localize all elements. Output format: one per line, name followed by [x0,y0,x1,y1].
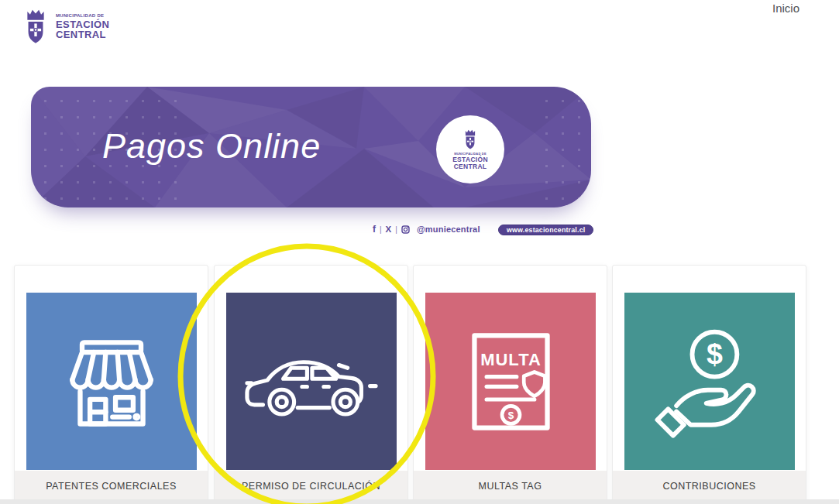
hand-coin-icon: $ [652,317,768,447]
card-tile[interactable] [226,293,397,470]
banner-title: Pagos Online [102,126,321,166]
card-patentes-comerciales[interactable]: PATENTES COMERCIALES [14,265,208,504]
store-icon [53,323,170,441]
card-tile[interactable]: $ [624,293,795,470]
fine-document-icon: MULTA $ [466,327,555,436]
badge-wordmark: MUNICIPALIDAD DE ESTACIÓN CENTRAL [452,153,488,171]
car-icon [236,336,387,427]
card-contribuciones[interactable]: $ CONTRIBUCIONES [612,265,806,504]
svg-text:$: $ [507,410,514,421]
banner-municipal-badge: MUNICIPALIDAD DE ESTACIÓN CENTRAL [436,115,504,183]
svg-text:$: $ [707,338,723,370]
separator: | [395,225,397,234]
badge-line3: CENTRAL [452,163,488,171]
social-handle: @muniecentral [417,225,480,234]
pagos-online-page: MUNICIPALIDAD DE ESTACIÓN CENTRAL Inicio… [0,0,839,504]
x-icon[interactable]: X [386,225,392,234]
instagram-icon[interactable] [401,225,410,234]
svg-text:MULTA: MULTA [480,350,542,369]
pagos-online-banner: Pagos Online MUNICIPALIDAD DE ESTACIÓN C… [31,87,591,207]
facebook-icon[interactable]: f [373,224,376,235]
website-pill-button[interactable]: www.estacioncentral.cl [498,225,593,235]
logo-wordmark: MUNICIPALIDAD DE ESTACIÓN CENTRAL [56,13,109,39]
card-tile[interactable] [26,293,197,470]
page-bottom-strip [0,499,839,504]
banner-dot-pattern-right [538,93,588,201]
logo-line1: MUNICIPALIDAD DE [56,13,109,18]
card-tile[interactable]: MULTA $ [425,293,596,470]
social-links-row: f | X | @muniecentral [373,223,480,235]
logo-emblem-icon [22,6,50,46]
separator: | [380,225,382,234]
logo-line3: CENTRAL [56,29,109,39]
card-multas-tag[interactable]: MULTA $ MULTAS TAG [413,265,607,504]
municipal-logo[interactable]: MUNICIPALIDAD DE ESTACIÓN CENTRAL [22,6,109,46]
card-permiso-circulacion[interactable]: PERMISO DE CIRCULACIÓN [214,265,408,504]
badge-emblem-icon [462,128,479,151]
nav-inicio-link[interactable]: Inicio [772,2,799,15]
